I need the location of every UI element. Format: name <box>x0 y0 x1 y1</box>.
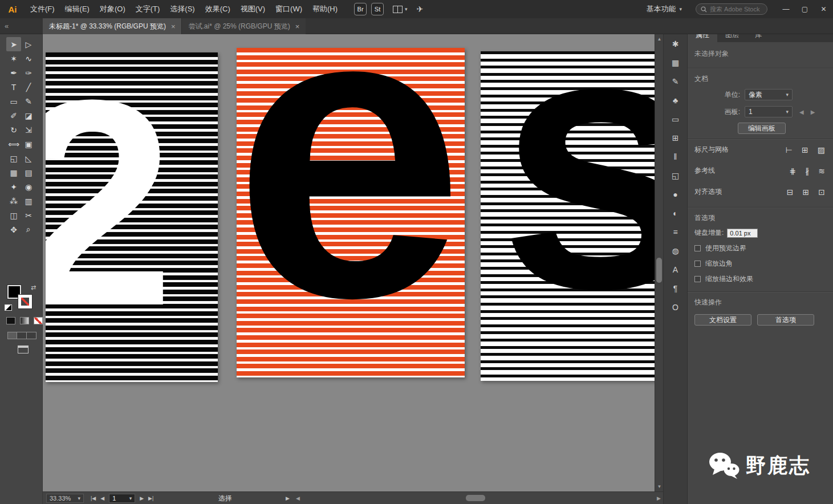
next-artboard-icon[interactable]: ▶ <box>811 109 815 115</box>
menu-window[interactable]: 窗口(W) <box>270 0 307 18</box>
transform-panel-icon[interactable]: ⊞ <box>672 134 679 142</box>
scale-tool[interactable]: ⇲ <box>21 123 36 137</box>
gradient-mode-button[interactable] <box>20 317 29 324</box>
eraser-tool[interactable]: ◪ <box>21 108 36 123</box>
smart-guides-icon[interactable]: ≋ <box>818 166 825 176</box>
preferences-button[interactable]: 首选项 <box>757 314 814 326</box>
menu-effect[interactable]: 效果(C) <box>200 0 235 18</box>
artboard-3[interactable]: s <box>481 51 655 381</box>
first-artboard-button[interactable]: |◀ <box>91 495 96 501</box>
align-panel-icon[interactable]: ‖ <box>674 153 677 161</box>
artboard-2[interactable]: e <box>237 48 465 377</box>
vertical-scrollbar[interactable]: ▲ ▼ <box>655 34 663 491</box>
color-guide-icon[interactable]: ● <box>673 190 677 198</box>
color-wheel-icon[interactable]: ✱ <box>672 40 679 48</box>
shaper-tool[interactable]: ✐ <box>6 108 21 123</box>
scroll-right-icon[interactable]: ▶ <box>657 492 661 504</box>
type-tool[interactable]: T <box>6 80 21 94</box>
show-guides-icon[interactable]: ⋕ <box>790 166 797 176</box>
default-fill-stroke-icon[interactable] <box>5 304 12 311</box>
opentype-panel-icon[interactable]: O <box>672 303 678 311</box>
swap-fill-stroke-icon[interactable]: ⇄ <box>31 284 36 291</box>
edit-artboards-button[interactable]: 编辑画板 <box>738 123 786 134</box>
document-tab-untitled[interactable]: 未标题-1* @ 33.33% (RGB/GPU 预览) × <box>43 18 181 34</box>
snap-pixel-icon[interactable]: ⊡ <box>818 188 825 197</box>
lock-guides-icon[interactable]: ∦ <box>805 166 809 176</box>
rotate-tool[interactable]: ↻ <box>6 123 21 137</box>
brushes-icon[interactable]: ✎ <box>672 78 679 86</box>
snap-grid-icon[interactable]: ⊟ <box>787 188 794 197</box>
pen-tool[interactable]: ✒ <box>6 66 21 80</box>
keyboard-increment-input[interactable]: 0.01 px <box>727 229 758 238</box>
swatches-icon[interactable]: ▦ <box>672 59 679 67</box>
menu-file[interactable]: 文件(F) <box>25 0 60 18</box>
direct-selection-tool[interactable]: ▷ <box>21 37 36 51</box>
scroll-left-icon[interactable]: ◀ <box>296 492 300 504</box>
character-panel-icon[interactable]: A <box>673 266 678 274</box>
stroke-panel-icon[interactable]: ▭ <box>672 115 679 123</box>
stroke-color-swatch[interactable] <box>18 295 32 308</box>
none-mode-button[interactable] <box>34 317 43 324</box>
lasso-tool[interactable]: ∿ <box>21 51 36 66</box>
checkbox-scale-corners[interactable] <box>694 261 701 267</box>
rectangle-tool[interactable]: ▭ <box>6 94 21 108</box>
selection-tool[interactable]: ➤ <box>6 37 21 51</box>
stock-search-box[interactable] <box>696 3 767 15</box>
gradient-panel-icon[interactable]: ◐ <box>673 209 677 217</box>
previous-artboard-button[interactable]: ◀ <box>100 495 104 501</box>
maximize-button[interactable]: ▢ <box>795 0 814 18</box>
status-flyout-icon[interactable]: ▶ <box>286 492 290 504</box>
canvas[interactable]: 2 e s <box>43 34 655 491</box>
checkbox-use-preview-bounds[interactable] <box>694 245 701 251</box>
menu-help[interactable]: 帮助(H) <box>307 0 343 18</box>
draw-inside-button[interactable] <box>27 332 36 339</box>
menu-view[interactable]: 视图(V) <box>235 0 270 18</box>
menu-edit[interactable]: 编辑(E) <box>60 0 95 18</box>
units-dropdown[interactable]: 像素 ▾ <box>745 89 793 100</box>
scroll-down-icon[interactable]: ▼ <box>655 484 664 489</box>
collapse-toolbar-icon[interactable]: « <box>5 18 9 34</box>
hand-tool[interactable]: ✥ <box>6 222 21 237</box>
slice-tool[interactable]: ✂ <box>21 208 36 222</box>
last-artboard-button[interactable]: ▶| <box>148 495 153 501</box>
line-segment-tool[interactable]: ╱ <box>21 80 36 94</box>
zoom-level-dropdown[interactable]: 33.33% ▾ <box>46 494 84 503</box>
next-artboard-button[interactable]: ▶ <box>140 495 144 501</box>
perspective-grid-tool[interactable]: ◺ <box>21 151 36 165</box>
artboard-number-dropdown[interactable]: 1 ▾ <box>109 494 135 503</box>
scroll-up-icon[interactable]: ▲ <box>655 36 664 42</box>
transparency-panel-icon[interactable]: ◍ <box>672 247 678 255</box>
column-graph-tool[interactable]: ▥ <box>21 194 36 208</box>
vertical-scroll-thumb[interactable] <box>656 258 662 283</box>
checkbox-scale-strokes-effects[interactable] <box>694 276 701 282</box>
pathfinder-panel-icon[interactable]: ◱ <box>672 172 679 180</box>
width-tool[interactable]: ⟺ <box>6 137 21 151</box>
menu-object[interactable]: 对象(O) <box>95 0 131 18</box>
shape-builder-tool[interactable]: ◱ <box>6 151 21 165</box>
blend-tool[interactable]: ◉ <box>21 180 36 194</box>
search-input[interactable] <box>710 6 762 13</box>
close-icon[interactable]: × <box>295 22 300 31</box>
snap-point-icon[interactable]: ⊞ <box>803 188 810 197</box>
horizontal-scroll-thumb[interactable] <box>466 495 485 501</box>
paintbrush-tool[interactable]: ✎ <box>21 94 36 108</box>
workspace-switcher[interactable]: 基本功能 ▾ <box>646 4 682 14</box>
mesh-tool[interactable]: ▦ <box>6 165 21 180</box>
arrange-documents-button[interactable]: ▾ <box>393 6 408 13</box>
draw-behind-button[interactable] <box>17 332 27 339</box>
document-setup-button[interactable]: 文档设置 <box>694 314 751 326</box>
magic-wand-tool[interactable]: ✶ <box>6 51 21 66</box>
artboard-tool[interactable]: ◫ <box>6 208 21 222</box>
minimize-button[interactable]: — <box>777 0 795 18</box>
eyedropper-tool[interactable]: ✦ <box>6 180 21 194</box>
close-icon[interactable]: × <box>171 22 176 31</box>
artboard-dropdown[interactable]: 1 ▾ <box>745 106 793 117</box>
horizontal-scrollbar[interactable]: ◀ ▶ <box>295 492 662 504</box>
free-transform-tool[interactable]: ▣ <box>21 137 36 151</box>
screen-mode-button[interactable] <box>18 346 29 353</box>
paragraph-panel-icon[interactable]: ¶ <box>673 284 678 292</box>
zoom-tool[interactable]: ⌕ <box>21 222 36 237</box>
bridge-badge[interactable]: Br <box>354 3 367 15</box>
gradient-tool[interactable]: ▤ <box>21 165 36 180</box>
close-button[interactable]: ✕ <box>814 0 833 18</box>
